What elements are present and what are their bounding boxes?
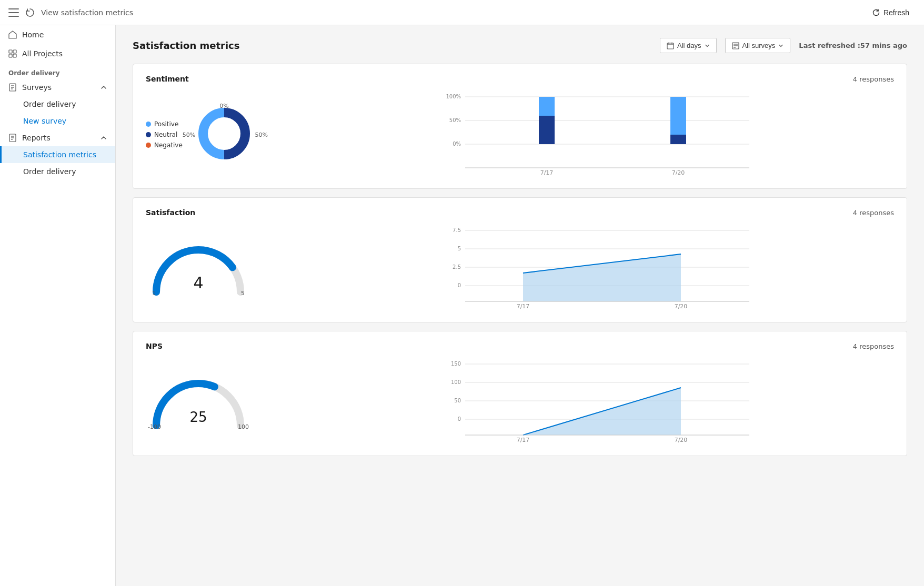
svg-rect-33: [670, 97, 686, 135]
refresh-label: Refresh: [883, 8, 909, 17]
satisfaction-gauge: 4 1 5: [146, 237, 251, 300]
svg-rect-32: [670, 135, 686, 144]
sentiment-card: Sentiment 4 responses Positive Neutral: [133, 64, 907, 189]
sentiment-legend: Positive Neutral Negative: [146, 120, 183, 149]
sidebar: Home All Projects Order delivery Surveys…: [0, 25, 116, 586]
svg-marker-47: [523, 254, 681, 301]
filter-surveys-button[interactable]: All surveys: [725, 38, 791, 53]
sentiment-responses: 4 responses: [853, 75, 894, 83]
svg-text:0%: 0%: [453, 141, 461, 147]
svg-rect-12: [667, 43, 674, 49]
satisfaction-body: 4 1 5 7.5: [146, 225, 894, 311]
svg-text:7/20: 7/20: [672, 169, 685, 176]
hamburger-menu-icon[interactable]: [8, 8, 19, 17]
sentiment-bar-chart: 100% 50% 0% 7/17 7/20: [310, 92, 894, 178]
chevron-up-icon: [101, 84, 107, 90]
filter-days-button[interactable]: All days: [660, 38, 717, 53]
svg-text:7/20: 7/20: [675, 437, 688, 443]
satisfaction-gauge-area: 4 1 5: [146, 237, 293, 300]
donut-chart: [195, 105, 253, 163]
svg-rect-31: [539, 97, 555, 116]
sentiment-body: Positive Neutral Negative 0% 50: [146, 92, 894, 178]
surveys-icon: [8, 83, 17, 92]
svg-text:7/17: 7/17: [517, 437, 530, 443]
sentiment-donut-area: Positive Neutral Negative 0% 50: [146, 105, 293, 165]
sentiment-card-header: Sentiment 4 responses: [146, 75, 894, 83]
svg-text:7.5: 7.5: [453, 227, 461, 233]
last-refreshed-label: Last refreshed :57 mins ago: [799, 42, 907, 49]
svg-rect-3: [13, 54, 16, 57]
satisfaction-card: Satisfaction 4 responses 4: [133, 197, 907, 322]
nps-area-svg: 150 100 50 0 7/17 7/20: [310, 359, 894, 443]
svg-text:7/20: 7/20: [675, 303, 688, 309]
svg-point-22: [208, 118, 240, 149]
svg-text:5: 5: [458, 246, 461, 251]
sidebar-item-order-delivery-survey[interactable]: Order delivery: [0, 96, 115, 113]
svg-text:7/17: 7/17: [540, 169, 554, 176]
svg-text:7/17: 7/17: [517, 303, 530, 309]
svg-text:4: 4: [193, 274, 203, 292]
sidebar-section-order-delivery: Order delivery: [0, 63, 115, 79]
satisfaction-gauge-svg: 4: [146, 237, 251, 300]
svg-text:2.5: 2.5: [453, 264, 461, 270]
legend-positive: Positive: [146, 120, 183, 128]
sidebar-item-satisfaction-metrics[interactable]: Satisfaction metrics: [0, 146, 115, 163]
donut-50left-label: 50%: [183, 132, 195, 138]
positive-dot: [146, 122, 151, 127]
neutral-dot: [146, 132, 151, 137]
page-controls: All days All surveys Last refreshed :57 …: [660, 38, 907, 53]
chevron-down-surveys-icon: [778, 43, 784, 48]
satisfaction-title: Satisfaction: [146, 208, 195, 217]
nps-area-chart: 150 100 50 0 7/17 7/20: [310, 359, 894, 445]
legend-neutral: Neutral: [146, 131, 183, 138]
svg-text:0: 0: [458, 282, 461, 288]
svg-rect-30: [539, 116, 555, 144]
reports-icon: [8, 134, 17, 142]
sidebar-item-all-projects[interactable]: All Projects: [0, 44, 115, 63]
page-title: Satisfaction metrics: [133, 40, 239, 51]
chevron-up-reports-icon: [101, 135, 107, 141]
nps-gauge-svg: 25: [146, 370, 251, 433]
breadcrumb: View satisfaction metrics: [41, 8, 133, 17]
sidebar-item-new-survey[interactable]: New survey: [0, 113, 115, 129]
negative-dot: [146, 143, 151, 148]
sidebar-item-home[interactable]: Home: [0, 25, 115, 44]
legend-negative: Negative: [146, 142, 183, 149]
sidebar-item-order-delivery-report[interactable]: Order delivery: [0, 163, 115, 180]
surveys-filter-icon: [732, 42, 739, 49]
donut-50right-label: 50%: [255, 132, 267, 138]
refresh-button[interactable]: Refresh: [866, 5, 916, 20]
satisfaction-area-svg: 7.5 5 2.5 0 7/17 7/20: [310, 225, 894, 309]
svg-rect-1: [13, 50, 16, 53]
top-bar: View satisfaction metrics Refresh: [0, 0, 924, 25]
sidebar-group-reports[interactable]: Reports: [0, 129, 115, 146]
sentiment-title: Sentiment: [146, 75, 189, 83]
satisfaction-responses: 4 responses: [853, 209, 894, 217]
svg-text:100: 100: [451, 379, 461, 385]
sidebar-group-surveys[interactable]: Surveys: [0, 79, 115, 96]
refresh-icon: [872, 8, 880, 17]
nps-min-label: -100: [148, 423, 161, 430]
svg-text:25: 25: [189, 409, 207, 425]
nps-max-label: 100: [238, 423, 249, 430]
nps-body: 25 -100 100: [146, 359, 894, 445]
svg-text:150: 150: [451, 361, 461, 367]
svg-text:50: 50: [454, 398, 461, 403]
nps-gauge-area: 25 -100 100: [146, 370, 293, 433]
nps-title: NPS: [146, 342, 163, 350]
chevron-down-days-icon: [705, 43, 710, 48]
svg-text:0: 0: [458, 416, 461, 422]
satisfaction-min-label: 1: [152, 290, 156, 297]
svg-text:50%: 50%: [449, 117, 461, 123]
home-icon: [8, 31, 17, 39]
svg-text:100%: 100%: [446, 94, 461, 99]
satisfaction-card-header: Satisfaction 4 responses: [146, 208, 894, 217]
sentiment-bar-svg: 100% 50% 0% 7/17 7/20: [310, 92, 894, 176]
calendar-icon: [667, 42, 674, 49]
svg-rect-2: [9, 54, 12, 57]
satisfaction-area-chart: 7.5 5 2.5 0 7/17 7/20: [310, 225, 894, 311]
page-header: Satisfaction metrics All days All survey…: [133, 38, 907, 53]
nps-gauge: 25 -100 100: [146, 370, 251, 433]
nps-card-header: NPS 4 responses: [146, 342, 894, 350]
nps-card: NPS 4 responses 25 -10: [133, 331, 907, 456]
